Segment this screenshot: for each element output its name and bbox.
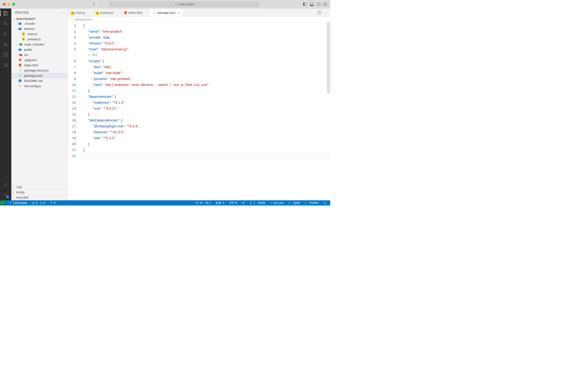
chevron-right-icon: › (93, 18, 94, 21)
nav-forward-button[interactable] (99, 2, 103, 6)
file-label: .gitignore (24, 58, 37, 62)
file-tree-item[interactable]: .gitignore (11, 57, 68, 63)
code-lens-debug[interactable]: ▷ 调试 (81, 52, 330, 58)
svg-point-13 (6, 34, 7, 35)
file-tree-item[interactable]: ›public (11, 47, 68, 52)
file-label: package.json (24, 74, 42, 77)
project-root-header[interactable]: ⌄ NEW-PROJECT (11, 17, 68, 21)
command-center[interactable]: new-project (109, 1, 260, 7)
file-tree-item[interactable]: 5index.html (11, 63, 68, 68)
file-tree-item[interactable]: ⌄electron (11, 26, 68, 31)
status-eol[interactable]: LF (241, 201, 246, 205)
file-tree-item[interactable]: JSpreload.js (11, 36, 68, 42)
file-tree-item[interactable]: JSmain.js (11, 31, 68, 36)
svg-text:i: i (20, 80, 20, 82)
editor-tabs: JSmain.js×JSpreload.js×5index.html×⬡pack… (68, 8, 330, 17)
error-icon (32, 201, 35, 205)
title-bar: new-project (0, 0, 330, 8)
editor-tab[interactable]: 5index.html× (121, 8, 150, 17)
chevron-right-icon: › (12, 197, 15, 199)
status-ports[interactable]: 0 (49, 201, 56, 205)
status-launchpad[interactable]: Launchpad (8, 201, 28, 205)
editor-tab[interactable]: JSmain.js× (68, 8, 92, 17)
svg-rect-18 (6, 53, 8, 54)
command-center-text: new-project (179, 3, 194, 6)
file-tree-item[interactable]: iREADME.md (11, 78, 68, 83)
activity-run-debug-icon[interactable] (3, 42, 8, 47)
status-spell[interactable]: ✓ Spell (287, 201, 301, 205)
toggle-primary-sidebar-icon[interactable] (303, 3, 307, 6)
activity-search-icon[interactable] (3, 21, 8, 26)
file-tree-item[interactable]: ⬡package-lock.json (11, 68, 68, 73)
status-cursor-position[interactable]: 行 22，列 1 (195, 201, 212, 205)
file-icon (19, 22, 23, 25)
status-indentation[interactable]: 空格: 2 (215, 201, 225, 205)
status-language[interactable]: { } JSON (249, 201, 266, 205)
editor[interactable]: 12345678910111213141516171819202122 {"na… (68, 22, 330, 200)
svg-point-12 (4, 35, 5, 36)
split-editor-icon[interactable] (318, 11, 322, 14)
file-icon: JS (22, 32, 26, 36)
breadcrumb[interactable]: ⬡ package.json › ... (68, 17, 330, 22)
file-tree-item[interactable]: ›src (11, 52, 68, 57)
svg-rect-4 (310, 5, 314, 6)
svg-point-29 (271, 203, 272, 203)
file-tree-item[interactable]: ⬡package.json (11, 73, 68, 78)
panel-label: NPM 脚本 (16, 196, 29, 200)
status-prettier[interactable]: ✓ Prettier (304, 201, 320, 205)
customize-layout-icon[interactable] (323, 3, 327, 6)
tab-file-icon: JS (95, 11, 99, 14)
search-icon (175, 3, 178, 6)
activity-extensions-icon[interactable] (3, 52, 8, 58)
status-golive[interactable]: Go Live (269, 201, 284, 205)
tab-label: index.html (129, 11, 142, 15)
file-tree-item[interactable]: vite.config.js (11, 83, 68, 89)
warning-icon (40, 201, 43, 205)
svg-rect-2 (304, 3, 305, 6)
toggle-panel-icon[interactable] (310, 3, 314, 6)
file-label: vite.config.js (24, 84, 41, 88)
activity-bar: 1 (0, 8, 11, 200)
code-content[interactable]: {"name": "new-project","private": true,"… (81, 22, 330, 200)
status-bar: Launchpad 0 0 0 行 22，列 1 空格: 2 UTF-8 LF … (0, 200, 330, 206)
activity-remote-icon[interactable] (3, 63, 8, 68)
tab-label: main.js (75, 11, 85, 15)
close-window-button[interactable] (3, 3, 6, 6)
panel-label: 时间线 (16, 191, 24, 194)
file-label: public (24, 48, 32, 51)
sidebar-more-icon[interactable]: ··· (61, 11, 64, 15)
file-label: index.html (24, 63, 38, 67)
tab-label: package.json (157, 11, 176, 15)
sidebar-panel-header[interactable]: ›时间线 (11, 190, 68, 195)
breadcrumb-file: package.json (75, 18, 92, 21)
sidebar-panel-header[interactable]: ›大纲 (11, 185, 68, 190)
status-remote-button[interactable] (0, 200, 5, 206)
editor-tab[interactable]: ⬡package.json× (150, 8, 183, 17)
close-tab-icon[interactable]: × (178, 11, 180, 15)
file-tree-item[interactable]: ›.vscode (11, 21, 68, 26)
file-icon (19, 48, 23, 51)
file-icon: ⬡ (19, 74, 23, 77)
file-icon (19, 53, 23, 57)
file-icon: ⬡ (19, 68, 23, 72)
editor-tab[interactable]: JSpreload.js× (92, 8, 121, 17)
svg-rect-15 (4, 53, 5, 54)
activity-source-control-icon[interactable] (3, 31, 8, 37)
status-encoding[interactable]: UTF-8 (228, 201, 238, 205)
status-notifications-icon[interactable] (322, 201, 327, 205)
svg-rect-7 (323, 3, 325, 6)
maximize-window-button[interactable] (12, 3, 15, 6)
minimap[interactable] (327, 22, 330, 200)
file-icon (19, 84, 23, 88)
tab-more-icon[interactable]: ··· (324, 11, 327, 15)
status-problems[interactable]: 0 0 (31, 201, 46, 205)
activity-accounts-icon[interactable] (3, 182, 8, 188)
activity-explorer-icon[interactable] (3, 10, 8, 16)
file-tree-item[interactable]: ›node_modules (11, 42, 68, 47)
toggle-secondary-sidebar-icon[interactable] (316, 3, 320, 6)
minimize-window-button[interactable] (8, 3, 10, 6)
file-icon: 5 (19, 63, 23, 67)
nav-back-button[interactable] (92, 2, 96, 6)
sidebar-panel-header[interactable]: ›NPM 脚本 (11, 195, 68, 200)
svg-rect-8 (325, 3, 327, 4)
